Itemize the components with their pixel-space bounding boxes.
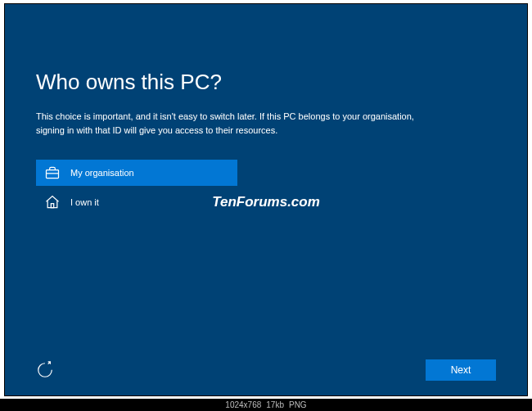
option-my-organisation[interactable]: My organisation: [36, 160, 237, 186]
option-label: My organisation: [70, 168, 134, 178]
watermark-text: TenForums.com: [212, 194, 320, 210]
home-icon: [44, 194, 61, 210]
svg-rect-2: [51, 204, 53, 208]
svg-point-3: [38, 364, 52, 377]
setup-screen: Who owns this PC? This choice is importa…: [4, 3, 528, 396]
status-format: PNG: [289, 400, 307, 409]
option-label: I own it: [70, 197, 99, 207]
option-i-own-it[interactable]: I own it: [36, 189, 237, 215]
briefcase-icon: [44, 165, 61, 181]
status-dimensions: 1024x768: [225, 400, 261, 409]
svg-rect-0: [47, 170, 59, 178]
next-button[interactable]: Next: [426, 359, 496, 381]
status-filesize: 17kb: [266, 400, 284, 409]
accessibility-icon[interactable]: [36, 361, 54, 379]
page-title: Who owns this PC?: [36, 70, 496, 95]
image-status-bar: 1024x768 17kb PNG: [0, 399, 532, 411]
page-description: This choice is important, and it isn't e…: [36, 110, 437, 137]
footer-bar: Next: [36, 359, 496, 381]
